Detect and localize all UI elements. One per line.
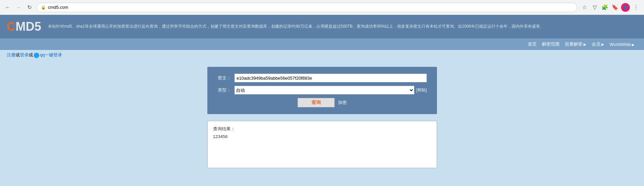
results-container: 查询结果： 123456 xyxy=(207,121,437,168)
register-link[interactable]: 注册 xyxy=(7,52,16,57)
encrypt-button[interactable]: 加密 xyxy=(338,100,347,106)
qq-icon xyxy=(34,53,39,58)
cipher-input[interactable] xyxy=(234,74,427,82)
save-icon[interactable]: 🔖 xyxy=(611,3,619,11)
login-bar: 注册或登录或qq一键登录 xyxy=(0,50,644,60)
nav-item-batch-decrypt[interactable]: 批量解密 xyxy=(562,41,589,48)
help-link[interactable]: [帮助] xyxy=(416,87,427,93)
search-form: 密文： 类型： 自动 md5 sha1 md5(md5()) sha256 [帮… xyxy=(207,67,437,114)
bookmark-icon[interactable]: ☆ xyxy=(581,3,589,11)
results-value: 123456 xyxy=(213,134,431,139)
nav-item-member[interactable]: 会员 xyxy=(589,41,607,48)
query-button[interactable]: 查询 xyxy=(298,98,335,107)
forward-button[interactable]: → xyxy=(15,4,22,11)
login-link[interactable]: 登录 xyxy=(20,52,29,57)
qq-login-link[interactable]: qq一键登录 xyxy=(40,52,62,57)
reload-button[interactable]: ↻ xyxy=(26,4,33,11)
menu-icon[interactable]: ⋮ xyxy=(632,3,640,11)
form-actions: 查询 加密 xyxy=(217,98,427,107)
profile-icon[interactable]: ▽ xyxy=(591,3,599,11)
nav-item-decrypt-range[interactable]: 解密范围 xyxy=(539,41,562,48)
logo-c: C xyxy=(7,20,16,33)
type-select-wrap: 自动 md5 sha1 md5(md5()) sha256 [帮助] xyxy=(234,86,427,95)
main-content: 密文： 类型： 自动 md5 sha1 md5(md5()) sha256 [帮… xyxy=(0,60,644,175)
avatar[interactable]: 👤 xyxy=(621,3,630,12)
back-button[interactable]: ← xyxy=(4,4,11,11)
type-label: 类型： xyxy=(217,87,231,93)
address-bar: 🔒 xyxy=(36,3,577,12)
browser-chrome: ← → ↻ 🔒 ☆ ▽ 🧩 🔖 👤 ⋮ xyxy=(0,0,644,15)
browser-actions: ☆ ▽ 🧩 🔖 👤 ⋮ xyxy=(581,3,640,12)
lock-icon: 🔒 xyxy=(41,5,46,10)
type-row: 类型： 自动 md5 sha1 md5(md5()) sha256 [帮助] xyxy=(217,86,427,95)
extensions-icon[interactable]: 🧩 xyxy=(601,3,609,11)
nav-item-home[interactable]: 首页 xyxy=(525,41,539,48)
logo-rest: MD5 xyxy=(16,20,41,33)
site-nav: 首页 解密范围 批量解密 会员 WorldWide xyxy=(0,38,644,50)
results-label: 查询结果： xyxy=(213,126,431,132)
cipher-row: 密文： xyxy=(217,74,427,82)
site-logo: CMD5 xyxy=(7,20,41,34)
nav-item-worldwide[interactable]: WorldWide xyxy=(607,41,637,48)
cipher-label: 密文： xyxy=(217,75,231,81)
site-header: CMD5 本站针对md5、sha1等全球通用公开的加密算法进行反向查询，通过穷举… xyxy=(0,15,644,38)
url-input[interactable] xyxy=(48,5,573,10)
type-select[interactable]: 自动 md5 sha1 md5(md5()) sha256 xyxy=(234,86,414,95)
site-description: 本站针对md5、sha1等全球通用公开的加密算法进行反向查询，通过穷举字符组合的… xyxy=(48,23,637,30)
